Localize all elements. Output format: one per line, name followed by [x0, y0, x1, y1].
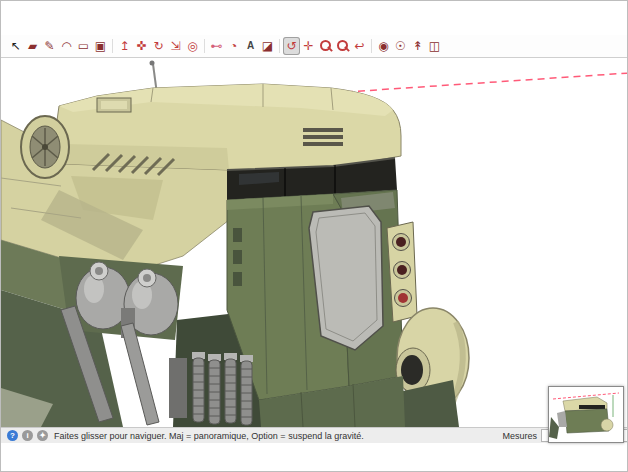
arc-tool-icon[interactable]: ◠	[58, 37, 75, 55]
select-tool-icon[interactable]: ↖	[7, 37, 24, 55]
instructor-icon[interactable]: ✦	[37, 430, 48, 441]
hood-grille	[303, 128, 343, 146]
paint-bucket-tool-icon[interactable]: ◪	[259, 37, 276, 55]
tape-measure-tool-icon[interactable]: ⊷	[208, 37, 225, 55]
orbit-tool-icon[interactable]: ↺	[283, 37, 300, 55]
offset-tool-icon[interactable]: ◎	[184, 37, 201, 55]
chest-panel	[309, 206, 383, 350]
previous-view-tool-icon[interactable]: ↩	[351, 37, 368, 55]
status-hint: Faites glisser pour naviguer. Maj = pano…	[54, 431, 364, 441]
fan-vent	[21, 116, 69, 178]
camera-preview[interactable]	[548, 386, 624, 443]
toolbar-separator	[112, 39, 113, 53]
hood	[53, 84, 401, 175]
toolbar-separator	[279, 39, 280, 53]
pan-tool-icon[interactable]: ✛	[300, 37, 317, 55]
toolbar: ↖ ▰ ✎ ◠ ▭ ▣ ↥ ✜ ↻ ⇲ ◎ ⊷ ◔ A ◪ ↺ ✛ ↩ ◉ ☉ …	[1, 35, 627, 58]
rectangle-tool-icon[interactable]: ▭	[75, 37, 92, 55]
move-tool-icon[interactable]: ✜	[133, 37, 150, 55]
rotate-tool-icon[interactable]: ↻	[150, 37, 167, 55]
box-tool-icon[interactable]: ▣	[92, 37, 109, 55]
eraser-tool-icon[interactable]: ▰	[24, 37, 41, 55]
push-pull-tool-icon[interactable]: ↥	[116, 37, 133, 55]
measurements-label: Mesures	[502, 431, 537, 441]
help-icon[interactable]: ?	[7, 430, 18, 441]
viewport[interactable]	[1, 58, 628, 427]
toolbar-separator	[371, 39, 372, 53]
text-tool-icon[interactable]: A	[242, 37, 259, 55]
scale-tool-icon[interactable]: ⇲	[167, 37, 184, 55]
status-bar: ? i ✦ Faites glisser pour naviguer. Maj …	[1, 427, 628, 443]
headlight	[396, 308, 469, 427]
look-around-tool-icon[interactable]: ☉	[392, 37, 409, 55]
walk-tool-icon[interactable]: ↟	[409, 37, 426, 55]
sketchup-window: ↖ ▰ ✎ ◠ ▭ ▣ ↥ ✜ ↻ ⇲ ◎ ⊷ ◔ A ◪ ↺ ✛ ↩ ◉ ☉ …	[0, 0, 628, 472]
zoom-extents-tool-icon[interactable]	[334, 37, 351, 55]
section-plane-tool-icon[interactable]: ◫	[426, 37, 443, 55]
title-bar	[1, 1, 627, 35]
zoom-tool-icon[interactable]	[317, 37, 334, 55]
position-camera-tool-icon[interactable]: ◉	[375, 37, 392, 55]
preview-model	[549, 393, 619, 439]
protractor-tool-icon[interactable]: ◔	[225, 37, 242, 55]
line-tool-icon[interactable]: ✎	[41, 37, 58, 55]
info-icon[interactable]: i	[22, 430, 33, 441]
toolbar-separator	[204, 39, 205, 53]
axis-line-red	[346, 73, 628, 92]
